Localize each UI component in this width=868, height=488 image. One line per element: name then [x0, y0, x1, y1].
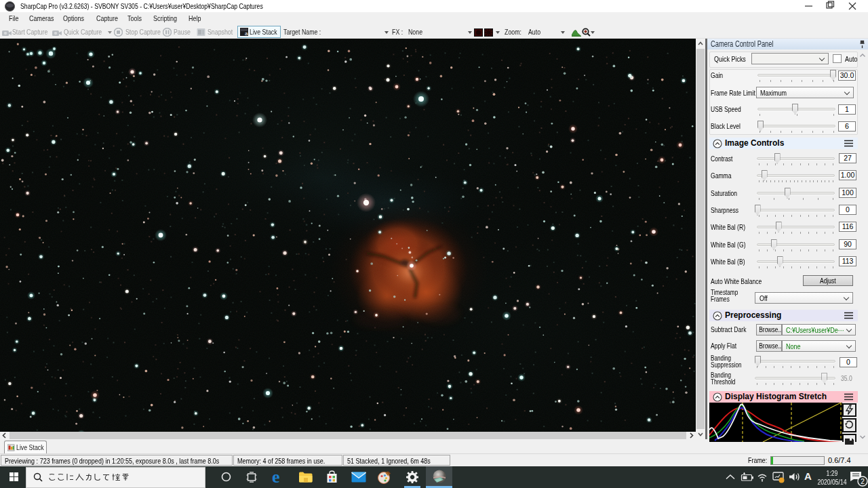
- svg-text:2: 2: [861, 478, 865, 485]
- svg-text:a: a: [245, 30, 248, 37]
